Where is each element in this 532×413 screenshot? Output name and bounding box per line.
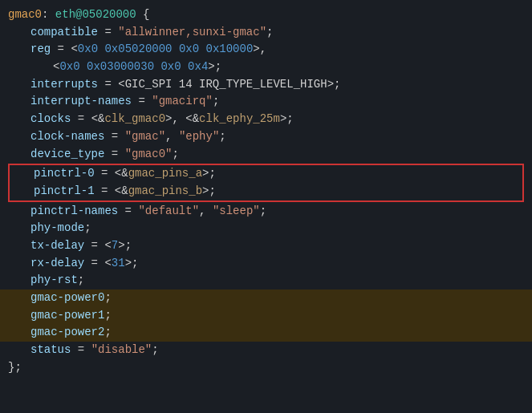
line-title: gmac0: eth@05020000 { [0, 6, 532, 24]
line-clocks: clocks = <&clk_gmac0>, <&clk_ephy_25m>; [0, 111, 532, 128]
line-gmacpow1: gmac-power1; [0, 307, 532, 325]
line-clocknames: clock-names = "gmac", "ephy"; [0, 128, 532, 146]
line-phymode: phy-mode; [0, 220, 532, 237]
line-phyrst: phy-rst; [0, 272, 532, 290]
line-rxdelay: rx-delay = <31>; [0, 255, 532, 273]
line-devtype: device_type = "gmac0"; [0, 146, 532, 164]
line-intnames: interrupt-names = "gmacirq"; [0, 93, 532, 111]
line-reg2: <0x0 0x03000030 0x0 0x4>; [0, 59, 532, 76]
line-gmacpow2: gmac-power2; [0, 324, 532, 342]
line-gmacpow0: gmac-power0; [0, 290, 532, 307]
line-txdelay: tx-delay = <7>; [0, 237, 532, 255]
highlighted-block: pinctrl-0 = <&gmac_pins_a>; pinctrl-1 = … [8, 164, 524, 201]
line-reg1: reg = <0x0 0x05020000 0x0 0x10000>, [0, 41, 532, 59]
line-interrupts: interrupts = <GIC_SPI 14 IRQ_TYPE_LEVEL_… [0, 76, 532, 94]
code-block: gmac0: eth@05020000 { compatible = "allw… [0, 0, 532, 413]
node-name: gmac0 [8, 6, 42, 24]
line-pinctrl0: pinctrl-0 = <&gmac_pins_a>; [11, 165, 521, 183]
line-compatible: compatible = "allwinner,sunxi-gmac"; [0, 24, 532, 42]
line-pinctrl1: pinctrl-1 = <&gmac_pins_b>; [11, 183, 521, 200]
node-addr: eth@05020000 [55, 6, 136, 24]
line-close: }; [0, 359, 532, 377]
line-status: status = "disable"; [0, 342, 532, 359]
line-pinnames: pinctrl-names = "default", "sleep"; [0, 203, 532, 221]
